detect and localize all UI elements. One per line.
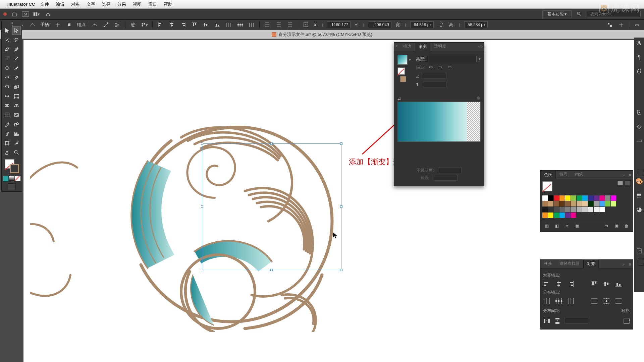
menu-select[interactable]: 选择 xyxy=(102,1,111,7)
panel-grip-icon[interactable]: ⠿ xyxy=(2,22,21,26)
tab-symbols[interactable]: 符号 xyxy=(556,170,571,179)
swatch[interactable] xyxy=(588,201,593,206)
lasso-tool[interactable] xyxy=(12,36,21,44)
arrange-docs-icon[interactable]: ▾ xyxy=(33,10,40,18)
stroke-gradient-swatch[interactable] xyxy=(400,76,406,82)
gradient-mode-swatch[interactable] xyxy=(9,176,14,181)
swatch[interactable] xyxy=(559,201,565,206)
swatch[interactable] xyxy=(605,207,610,212)
panel-close-icon[interactable]: × xyxy=(395,44,397,48)
expand-panel-icon[interactable]: » xyxy=(620,261,627,268)
asset-panel-icon[interactable]: ◇ xyxy=(636,123,643,130)
panel-collapse-tab-icon[interactable] xyxy=(638,169,644,176)
ellipse-tool[interactable] xyxy=(3,64,11,72)
convert-smooth-icon[interactable] xyxy=(29,21,36,28)
anchor-align-right-icon[interactable] xyxy=(567,280,575,288)
color-panel-icon[interactable]: 🎨 xyxy=(636,178,643,185)
gradient-type-select[interactable] xyxy=(427,56,477,62)
app-name[interactable]: Illustrator CC xyxy=(7,2,35,7)
scale-tool[interactable] xyxy=(12,82,21,91)
swatch[interactable] xyxy=(542,201,548,206)
tab-brushes[interactable]: 画笔 xyxy=(571,170,587,179)
chevron-down-icon[interactable]: ▾ xyxy=(479,57,481,61)
panel-menu-icon[interactable]: ≡ xyxy=(627,172,633,179)
expand-panel-icon[interactable]: » xyxy=(620,172,627,179)
gradient-dropdown-icon[interactable]: ▾ xyxy=(409,57,411,62)
align-hcenter-icon[interactable] xyxy=(168,21,175,28)
bbox-handle-br[interactable] xyxy=(340,269,342,271)
perspective-grid-tool[interactable] xyxy=(12,101,21,110)
export-panel-icon[interactable]: ⎘ xyxy=(636,109,643,116)
tab-pathfinder[interactable]: 路径查找器 xyxy=(556,259,583,268)
swatch[interactable] xyxy=(599,195,605,201)
width-tool[interactable] xyxy=(3,92,11,101)
gradient-panel[interactable]: × « 描边 渐变 透明度 ≡ ▾ 类型: ▾ 描边: ▭ ▭ ▭ ◿ ⬍ ⇄ … xyxy=(394,42,484,186)
close-window-button[interactable] xyxy=(3,12,7,16)
swatch-fill-indicator[interactable] xyxy=(542,181,552,191)
tab-transform[interactable]: 变换 xyxy=(540,259,556,268)
dist-top-icon[interactable] xyxy=(264,21,271,28)
type-tool[interactable] xyxy=(3,54,11,63)
align-panel[interactable]: 变换 路径查找器 对齐 » ≡ 对齐锚点: 分布锚点: 分布间距: xyxy=(540,259,633,329)
swatch[interactable] xyxy=(577,195,582,201)
align-to-selection-icon[interactable] xyxy=(623,317,630,324)
x-value-input[interactable]: 1160.177 xyxy=(327,21,351,28)
menu-type[interactable]: 文字 xyxy=(87,1,95,7)
swatch[interactable] xyxy=(571,201,576,206)
swatch[interactable] xyxy=(548,207,553,212)
h-value-input[interactable]: 58.284 px xyxy=(464,21,488,28)
swatch[interactable] xyxy=(559,207,565,212)
bbox-handle-mr[interactable] xyxy=(340,205,342,208)
screen-mode-button[interactable] xyxy=(8,183,16,190)
stock-icon[interactable]: St xyxy=(22,11,29,17)
appearance-panel-icon[interactable]: ◕ xyxy=(636,206,643,213)
anchor-dist-vcenter-icon[interactable] xyxy=(603,297,610,305)
hand-tool[interactable] xyxy=(3,148,11,157)
swatches-panel[interactable]: 色板 符号 画笔 » ≡ ▥ ◧ ☀ ▦ 🗀 ▣ 🗑 xyxy=(540,170,633,232)
tab-swatches[interactable]: 色板 xyxy=(540,170,556,179)
swatch[interactable] xyxy=(565,201,571,206)
direct-selection-tool[interactable] xyxy=(12,26,21,35)
align-pixel-icon[interactable] xyxy=(618,21,625,28)
graph-tool[interactable] xyxy=(12,129,21,138)
bbox-handle-tc[interactable] xyxy=(270,142,273,145)
reverse-gradient-icon[interactable]: ⇄ xyxy=(397,96,404,101)
swatch[interactable] xyxy=(594,201,599,206)
layers-panel-icon[interactable]: ≣ xyxy=(636,192,643,199)
swatch-kind-icon[interactable]: ◧ xyxy=(553,222,560,230)
list-view-icon[interactable] xyxy=(618,181,623,185)
zoom-tool[interactable] xyxy=(12,148,21,157)
swatch[interactable] xyxy=(548,213,553,218)
swatch[interactable] xyxy=(571,195,576,201)
swatch-lib-icon[interactable]: ▥ xyxy=(543,222,550,230)
dist-spacing-h-icon[interactable] xyxy=(543,317,550,324)
opentype-panel-icon[interactable]: O xyxy=(636,68,643,75)
swatch[interactable] xyxy=(554,195,559,201)
search-icon[interactable] xyxy=(576,10,583,18)
gradient-preview-swatch[interactable] xyxy=(397,55,408,65)
connect-anchor-icon[interactable] xyxy=(102,21,110,28)
swatch[interactable] xyxy=(542,207,548,212)
cut-path-icon[interactable] xyxy=(114,21,121,28)
align-bottom-icon[interactable] xyxy=(214,21,221,28)
menu-file[interactable]: 文件 xyxy=(40,1,49,7)
swatch-group-icon[interactable]: ▦ xyxy=(573,222,581,230)
new-swatch-icon[interactable]: ▣ xyxy=(613,222,620,230)
spacing-value-input[interactable] xyxy=(565,317,588,324)
menu-window[interactable]: 窗口 xyxy=(148,1,157,7)
align-right-icon[interactable] xyxy=(179,21,187,28)
selection-tool[interactable] xyxy=(3,26,11,35)
link-wh-icon[interactable] xyxy=(438,21,445,28)
isolate-icon[interactable] xyxy=(129,21,137,28)
shaper-tool[interactable] xyxy=(3,73,11,82)
y-value-input[interactable]: -296.049 xyxy=(368,21,391,28)
selection-bounding-box[interactable] xyxy=(202,143,341,270)
align-top-icon[interactable] xyxy=(191,21,198,28)
swatch[interactable] xyxy=(565,213,571,218)
menu-edit[interactable]: 编辑 xyxy=(56,1,64,7)
swatch[interactable] xyxy=(594,195,599,201)
free-transform-tool[interactable] xyxy=(12,92,21,101)
swatch[interactable] xyxy=(611,201,616,206)
symbol-sprayer-tool[interactable] xyxy=(3,129,11,138)
tab-stroke[interactable]: 描边 xyxy=(399,42,415,51)
